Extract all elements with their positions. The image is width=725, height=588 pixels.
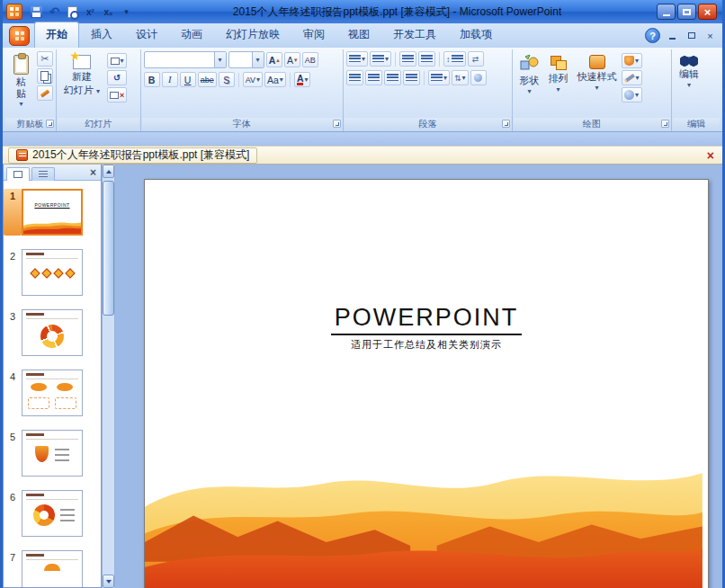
slide-thumbnail-2[interactable]: 2 [4,249,101,296]
outline-view-tab[interactable] [31,167,55,181]
columns-button[interactable]: ▾ [428,70,450,85]
increase-indent-button[interactable] [418,51,435,67]
scrollbar-thumb[interactable] [103,181,114,316]
document-tab[interactable]: 2015个人年终述职报告ppt模板.ppt [兼容模式] [8,147,257,164]
shape-outline-icon [624,73,635,82]
arrange-button[interactable]: 排列 ▾ [544,51,573,116]
slide-thumbnail-4[interactable]: 4 [4,370,101,416]
thumbnail-image [22,370,83,416]
slides-group-label: 幻灯片 [58,118,139,130]
slide-thumbnail-1[interactable]: 1 POWERPOINT [4,189,101,236]
strikethrough-button[interactable]: abe [198,72,217,87]
shapes-icon [520,55,540,73]
save-button[interactable] [30,4,43,19]
window-title: 2015个人年终述职报告ppt模板.ppt [兼容模式] - Microsoft… [140,4,654,20]
doc-minimize-button[interactable] [666,30,679,41]
slide-thumbnail-6[interactable]: 6 [4,490,101,537]
doc-close-button[interactable]: × [703,30,717,41]
format-painter-button[interactable] [37,85,53,101]
tab-design[interactable]: 设计 [124,22,169,48]
tab-home[interactable]: 开始 [34,22,79,48]
drawing-dialog-launcher[interactable] [661,120,669,128]
underline-button[interactable]: U [180,72,196,87]
font-name-combobox[interactable]: ▾ [144,51,227,68]
new-slide-button[interactable]: 新建 幻灯片 ▾ [59,51,104,116]
align-left-button[interactable] [346,70,363,85]
decrease-indent-button[interactable] [399,51,416,67]
tab-animations[interactable]: 动画 [169,22,214,48]
justify-button[interactable] [403,70,420,85]
text-direction-button[interactable]: ⇄ [468,51,484,67]
slide-title-text[interactable]: POWERPOINT [145,304,708,332]
align-right-button[interactable] [384,70,401,85]
copy-button[interactable] [37,68,53,84]
superscript-button[interactable]: x² [84,4,97,19]
slide-thumbnail-3[interactable]: 3 [4,309,101,356]
slides-tab-icon [13,171,22,178]
find-binoculars-icon [680,55,698,67]
quick-styles-button[interactable]: 快速样式 ▾ [573,51,622,116]
clipboard-dialog-launcher[interactable] [46,120,54,128]
italic-button[interactable]: I [162,72,178,87]
slide-thumbnail-7[interactable]: 7 [4,550,101,587]
line-spacing-button[interactable]: ↕ [443,51,466,67]
pane-close-button[interactable]: × [88,167,98,178]
slides-view-tab[interactable] [6,167,30,181]
editing-button[interactable]: 编辑 ▾ [675,51,703,116]
office-button[interactable] [9,26,30,46]
undo-icon: ↶ [49,5,60,18]
print-preview-button[interactable] [66,4,79,19]
shape-outline-button[interactable]: ▾ [622,70,642,85]
tab-review[interactable]: 审阅 [291,22,336,48]
font-size-dropdown-arrow: ▾ [252,52,264,67]
maximize-button[interactable] [677,4,696,20]
change-case-button[interactable]: Aa▾ [264,72,286,87]
bold-button[interactable]: B [144,72,160,87]
undo-button[interactable]: ↶ [48,4,61,19]
minimize-button[interactable] [657,4,676,20]
tab-slideshow[interactable]: 幻灯片放映 [214,22,291,48]
close-button[interactable]: × [698,4,717,20]
slide-number: 5 [4,430,22,477]
paragraph-dialog-launcher[interactable] [502,120,510,128]
subscript-button[interactable]: x₂ [102,4,115,19]
shapes-button[interactable]: 形状 ▾ [515,51,544,116]
outline-tab-icon [39,171,48,178]
reset-button[interactable]: ↺ [107,70,127,85]
smartart-button[interactable] [470,70,487,85]
numbering-button[interactable]: ▾ [370,51,391,67]
scroll-up-button[interactable] [103,165,114,178]
align-center-button[interactable] [365,70,382,85]
shrink-font-button[interactable]: A▾ [284,52,300,67]
font-color-button[interactable]: A▾ [294,72,311,87]
scrollbar-track[interactable] [103,178,114,575]
tab-insert[interactable]: 插入 [79,22,124,48]
shape-fill-button[interactable]: ▾ [622,53,642,68]
grow-font-button[interactable]: A▴ [266,52,282,67]
print-preview-icon [67,6,77,18]
slide-thumbnail-5[interactable]: 5 [4,430,101,477]
help-button[interactable]: ? [645,28,660,43]
clear-formatting-button[interactable]: AB [302,52,318,67]
slide-subtitle-text[interactable]: 适用于工作总结及相关类别演示 [145,338,708,352]
bullets-button[interactable]: ▾ [346,51,368,67]
document-close-button[interactable]: × [704,149,717,162]
character-spacing-button[interactable]: AV▾ [243,72,263,87]
current-slide[interactable]: POWERPOINT 适用于工作总结及相关类别演示 [144,179,709,588]
doc-restore-button[interactable] [685,30,698,41]
font-size-combobox[interactable]: ▾ [228,51,264,68]
font-dialog-launcher[interactable] [333,120,341,128]
tab-view[interactable]: 视图 [336,22,381,48]
scroll-down-button[interactable] [103,575,114,588]
tab-addins[interactable]: 加载项 [448,22,504,48]
text-shadow-button[interactable]: S [219,72,235,87]
paste-button[interactable]: 粘贴 ▾ [7,51,35,116]
delete-slide-button[interactable]: × [107,87,127,102]
tab-developer[interactable]: 开发工具 [381,22,448,48]
layout-button[interactable]: ▾ [107,53,127,68]
shape-effects-button[interactable]: ▾ [622,87,642,102]
workspace: × 1 POWERPOINT 2 [3,165,722,588]
cut-button[interactable]: ✂ [37,51,53,67]
customize-qat-button[interactable]: ▾ [120,4,133,19]
align-text-button[interactable]: ⇅▾ [452,70,469,85]
